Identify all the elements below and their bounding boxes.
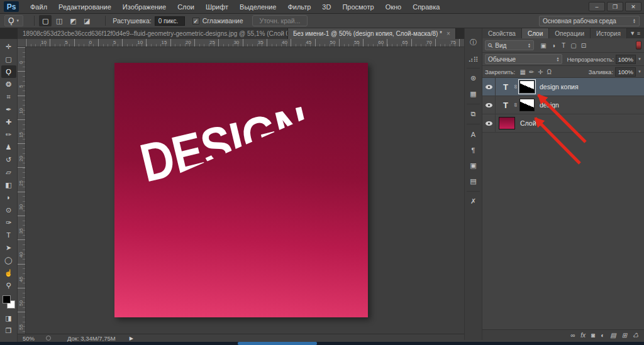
filter-smart-objects-icon[interactable]: ⊡ [579, 42, 589, 49]
subtract-selection[interactable]: ◩ [67, 15, 79, 26]
lock-pixels-icon[interactable]: ✏ [527, 68, 536, 75]
menu-item[interactable]: Файл [25, 3, 53, 11]
notes-icon[interactable]: ▤ [464, 173, 482, 189]
layer-thumbnail[interactable] [499, 117, 515, 129]
menu-item[interactable]: Слои [172, 3, 200, 11]
filter-pixel-layers-icon[interactable]: ▣ [538, 42, 548, 49]
panel-tab-item[interactable]: Операции [549, 28, 591, 38]
layer-row[interactable]: T∞design [482, 96, 644, 114]
canvas-area[interactable]: 10505101520253035404550556065707580 0510… [18, 39, 464, 334]
menu-item[interactable]: 3D [316, 3, 336, 11]
lock-transparency-icon[interactable]: ▦ [518, 68, 527, 75]
restore-button[interactable]: ❐ [607, 2, 623, 11]
path-selection-tool[interactable]: ➤ [1, 241, 16, 254]
tool-preset-picker[interactable]: Ǫ ▼ [4, 15, 23, 26]
panel-tab-item[interactable]: Свойства [482, 28, 522, 38]
text-layer-thumbnail[interactable]: T [499, 99, 513, 111]
color-swatches[interactable] [1, 294, 17, 312]
visibility-cell[interactable] [482, 78, 496, 96]
menu-item[interactable]: Изображение [117, 3, 172, 11]
close-tab-icon[interactable]: × [447, 30, 450, 37]
move-tool[interactable]: ✛ [1, 40, 16, 53]
lock-position-icon[interactable]: ✛ [536, 68, 545, 75]
tool-presets-icon[interactable]: ✗ [464, 194, 482, 209]
adjustment-layer-icon[interactable]: ◐ [601, 332, 604, 339]
layer-mask-thumbnail[interactable] [519, 99, 535, 111]
paragraph-icon[interactable]: ¶ [464, 142, 482, 158]
menu-item[interactable]: Редактирование [53, 3, 117, 11]
panel-tab-active[interactable]: Слои [522, 28, 549, 38]
menu-item[interactable]: Выделение [234, 3, 282, 11]
visibility-cell[interactable] [482, 96, 496, 114]
history-brush-tool[interactable]: ↺ [1, 153, 16, 166]
histogram-icon[interactable]: ⣠⣶ [464, 50, 482, 66]
chevron-down-icon[interactable]: ▼ [638, 70, 641, 74]
layer-effects-icon[interactable]: fx [580, 332, 586, 339]
crop-tool[interactable]: ⌗ [1, 90, 16, 103]
screen-mode-button[interactable]: ❐ [1, 324, 16, 337]
filter-type-layers-icon[interactable]: T [558, 42, 569, 49]
text-layer-thumbnail[interactable]: T [499, 80, 513, 93]
foreground-color-swatch[interactable] [3, 295, 11, 304]
menu-item[interactable]: Просмотр [336, 3, 379, 11]
quick-selection-tool[interactable]: ❂ [1, 78, 16, 90]
eraser-tool[interactable]: ▱ [1, 166, 16, 178]
eyedropper-tool[interactable]: ✒ [1, 103, 16, 116]
document-tab[interactable]: Без имени-1 @ 50% (design копия, Слой-ма… [288, 28, 456, 39]
quick-mask-button[interactable]: ◨ [1, 312, 16, 324]
swatches-icon[interactable]: ▦ [464, 86, 482, 102]
clone-source-icon[interactable]: ⧉ [464, 106, 482, 122]
refine-edge-button[interactable]: Уточн. край... [252, 15, 308, 26]
filter-kind-dropdown[interactable]: ⚲ Вид ▲▼ [485, 40, 534, 50]
layer-row[interactable]: Слой 0 [482, 114, 644, 133]
fill-value[interactable]: 100% [615, 67, 636, 77]
filter-shape-layers-icon[interactable]: ▢ [569, 42, 579, 49]
menu-item[interactable]: Справка [407, 3, 445, 11]
workspace-selector[interactable]: Основная рабочая среда ▲▼ [539, 16, 640, 26]
panel-tab-item[interactable]: История [591, 28, 627, 38]
color-icon[interactable]: ⊛ [464, 70, 482, 86]
type-tool[interactable]: T [1, 229, 16, 241]
new-selection[interactable]: ▢ [39, 15, 52, 26]
menu-item[interactable]: Окно [380, 3, 408, 11]
document-tab[interactable]: 18908c953d23cbe36ccd636f12f0d4e9--fluid-… [18, 28, 288, 39]
layer-row[interactable]: T∞design копия [482, 78, 644, 96]
document-canvas[interactable]: DESIGN [114, 63, 368, 317]
minimize-button[interactable]: – [589, 2, 605, 11]
dodge-tool[interactable]: ⊙ [1, 204, 16, 216]
brush-tool[interactable]: ✏ [1, 128, 16, 141]
lock-all-icon[interactable]: Ω [545, 68, 553, 75]
link-layers-icon[interactable]: ∞ [570, 332, 575, 339]
marquee-tool[interactable]: ▢ [1, 53, 16, 65]
chevron-down-icon[interactable]: ▼ [638, 57, 641, 61]
visibility-cell[interactable] [482, 114, 496, 132]
add-layer-mask-icon[interactable]: ◙ [591, 332, 595, 339]
close-button[interactable]: ✕ [625, 2, 641, 11]
menu-item[interactable]: Фильтр [282, 3, 316, 11]
gradient-tool[interactable]: ◧ [1, 178, 16, 191]
intersect-selection[interactable]: ◪ [80, 15, 93, 26]
menu-item[interactable]: Шрифт [200, 3, 234, 11]
zoom-level-field[interactable]: 50% [20, 335, 37, 342]
hand-tool[interactable]: ☝ [1, 266, 16, 279]
panel-menu-icon[interactable]: ▼ ≡ [630, 28, 644, 38]
info-icon[interactable]: ⓘ [464, 35, 482, 50]
healing-brush-tool[interactable]: ✚ [1, 116, 16, 128]
filter-toggle-switch[interactable] [636, 41, 641, 50]
pen-tool[interactable]: ✑ [1, 216, 16, 229]
status-menu-arrow-icon[interactable]: ▶ [130, 336, 133, 341]
blur-tool[interactable]: ◗ [1, 191, 16, 204]
character-icon[interactable]: А [464, 126, 482, 142]
delete-layer-icon[interactable]: ♺ [633, 332, 638, 339]
blend-mode-dropdown[interactable]: Обычные ▲▼ [485, 54, 562, 64]
feather-input[interactable]: 0 пикс. [155, 16, 185, 26]
opacity-value[interactable]: 100% [616, 55, 636, 64]
shape-tool[interactable]: ◯ [1, 254, 16, 266]
zoom-tool[interactable]: ⚲ [1, 279, 16, 292]
layer-mask-thumbnail[interactable] [519, 80, 535, 93]
new-group-icon[interactable]: ▤ [610, 332, 616, 339]
antialias-checkbox[interactable]: ✓ [192, 18, 199, 25]
clone-stamp-tool[interactable]: ♟ [1, 141, 16, 153]
new-layer-icon[interactable]: ⊞ [622, 332, 627, 339]
lasso-tool[interactable]: Ǫ [1, 65, 16, 78]
